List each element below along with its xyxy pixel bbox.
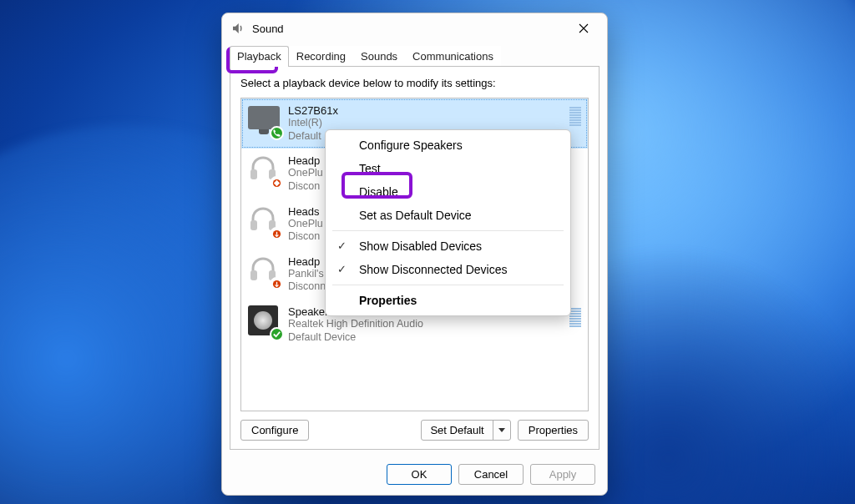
headset-icon (248, 154, 281, 188)
configure-button[interactable]: Configure (240, 420, 309, 441)
menu-test[interactable]: Test (326, 157, 570, 180)
default-badge (270, 327, 284, 341)
level-meter (569, 107, 581, 126)
sound-icon (230, 21, 245, 36)
set-default-button[interactable]: Set Default (421, 420, 510, 441)
device-driver: OnePlu (288, 167, 323, 180)
device-status: Discon (288, 180, 323, 194)
phone-active-badge (270, 126, 284, 140)
chevron-down-icon[interactable] (493, 421, 510, 440)
window-title: Sound (252, 23, 284, 35)
device-name: Heads (288, 205, 323, 218)
menu-separator (332, 285, 564, 285)
device-name: Headp (288, 154, 323, 167)
device-status: Default Device (288, 331, 423, 345)
menu-separator (332, 230, 564, 231)
monitor-icon (248, 104, 281, 138)
cancel-button[interactable]: Cancel (458, 464, 524, 485)
svg-rect-0 (250, 169, 257, 179)
device-driver: Intel(R) (288, 117, 338, 130)
level-meter (569, 308, 581, 327)
disconnected-badge (270, 277, 284, 291)
menu-configure-speakers[interactable]: Configure Speakers (326, 134, 570, 157)
menu-show-disconnected[interactable]: Show Disconnected Devices (326, 258, 570, 281)
disconnected-badge (270, 176, 284, 190)
device-driver: Realtek High Definition Audio (288, 318, 423, 331)
context-menu: Configure Speakers Test Disable Set as D… (325, 129, 571, 316)
svg-rect-3 (250, 220, 257, 230)
playback-hint: Select a playback device below to modify… (240, 77, 589, 89)
tab-recording[interactable]: Recording (289, 46, 353, 67)
dialog-button-row: OK Cancel Apply (222, 457, 607, 495)
tab-strip: Playback Recording Sounds Communications (230, 45, 600, 66)
ok-button[interactable]: OK (387, 464, 452, 485)
tab-playback[interactable]: Playback (230, 46, 289, 67)
tab-communications[interactable]: Communications (405, 46, 501, 67)
menu-set-default[interactable]: Set as Default Device (326, 204, 570, 227)
device-name: LS27B61x (288, 104, 338, 117)
menu-disable[interactable]: Disable (326, 180, 570, 204)
panel-button-row: Configure Set Default Properties (240, 420, 589, 441)
tab-sounds[interactable]: Sounds (353, 46, 405, 67)
svg-rect-6 (250, 270, 257, 280)
disconnected-badge (270, 227, 284, 241)
properties-button[interactable]: Properties (518, 420, 589, 441)
set-default-label: Set Default (422, 421, 493, 440)
device-driver: OnePlu (288, 218, 323, 231)
device-status: Discon (288, 230, 323, 244)
titlebar: Sound (222, 13, 607, 43)
apply-button[interactable]: Apply (530, 464, 595, 485)
close-button[interactable] (565, 16, 602, 41)
menu-show-disabled[interactable]: Show Disabled Devices (326, 234, 570, 258)
headset-icon (248, 205, 281, 239)
headset-icon (248, 255, 281, 289)
menu-properties[interactable]: Properties (326, 289, 570, 312)
speaker-icon (248, 305, 281, 339)
